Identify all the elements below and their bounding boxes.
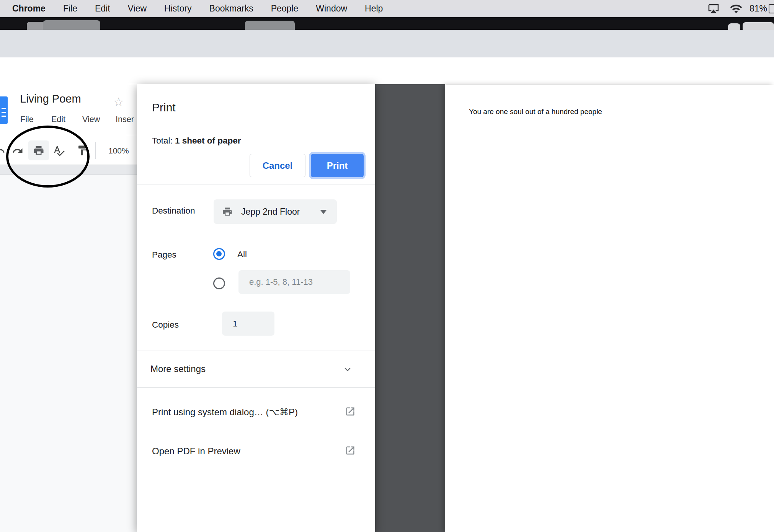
document-title[interactable]: Living Poem xyxy=(20,93,81,105)
copies-field[interactable]: 1 xyxy=(222,312,274,336)
pages-all-label: All xyxy=(237,250,247,259)
docs-menu-edit[interactable]: Edit xyxy=(51,115,65,124)
print-preview-backdrop xyxy=(375,84,445,532)
menubar-item-bookmarks[interactable]: Bookmarks xyxy=(209,3,253,14)
open-in-new-icon[interactable] xyxy=(345,406,356,417)
wifi-icon[interactable] xyxy=(728,2,744,15)
dialog-divider xyxy=(137,351,375,351)
print-total: Total: 1 sheet of paper xyxy=(152,136,241,146)
dropdown-caret-icon xyxy=(320,210,327,214)
document-text-line: You are one soul out of a hundred people xyxy=(469,108,602,116)
more-settings-toggle[interactable]: More settings xyxy=(150,364,206,374)
battery-icon xyxy=(769,4,774,13)
cancel-button[interactable]: Cancel xyxy=(250,154,305,177)
print-total-value: 1 sheet of paper xyxy=(175,136,241,145)
print-button[interactable]: Print xyxy=(311,154,364,177)
menubar-item-help[interactable]: Help xyxy=(365,3,383,14)
destination-label: Destination xyxy=(152,206,195,216)
print-dialog-title: Print xyxy=(152,101,176,114)
background-window-edge xyxy=(245,21,295,30)
menubar-item-people[interactable]: People xyxy=(271,3,299,14)
dialog-divider xyxy=(137,387,375,388)
chevron-down-icon[interactable] xyxy=(342,364,353,375)
toolbar-divider xyxy=(95,142,96,159)
menubar-item-edit[interactable]: Edit xyxy=(95,3,110,14)
menubar-item-view[interactable]: View xyxy=(128,3,147,14)
docs-canvas xyxy=(0,175,137,532)
copies-label: Copies xyxy=(152,320,179,330)
print-total-label: Total: xyxy=(152,136,175,145)
menubar-item-file[interactable]: File xyxy=(63,3,77,14)
macos-menubar: Chrome File Edit View History Bookmarks … xyxy=(0,0,774,17)
tab-strip: My Drive - Google Drive × Living Poem - … xyxy=(0,30,774,57)
browser-toolbar: https://docs.google.com/document/d/1-ED1… xyxy=(0,57,774,84)
pages-label: Pages xyxy=(152,250,176,260)
background-window-edge xyxy=(728,23,740,30)
print-dialog xyxy=(137,84,375,532)
dialog-divider xyxy=(137,184,375,184)
undo-icon[interactable] xyxy=(0,145,5,157)
destination-dropdown[interactable]: Jepp 2nd Floor xyxy=(214,199,337,224)
docs-menubar: File Edit View Inser xyxy=(0,115,137,127)
printer-icon xyxy=(222,206,233,217)
circle-annotation xyxy=(6,126,90,188)
pages-custom-radio[interactable] xyxy=(213,277,225,289)
battery-percentage: 81% xyxy=(750,3,767,14)
print-preview-page: You are one soul out of a hundred people xyxy=(445,85,774,532)
background-window-edge xyxy=(43,20,100,30)
pages-range-input[interactable] xyxy=(238,270,350,294)
menubar-app-chrome[interactable]: Chrome xyxy=(12,3,46,14)
menubar-item-window[interactable]: Window xyxy=(316,3,347,14)
star-icon[interactable]: ☆ xyxy=(113,95,124,109)
zoom-level[interactable]: 100% xyxy=(108,146,129,155)
copies-value: 1 xyxy=(233,319,238,329)
airplay-icon[interactable] xyxy=(707,2,720,15)
docs-menu-file[interactable]: File xyxy=(20,115,34,124)
destination-value: Jepp 2nd Floor xyxy=(241,207,300,217)
window-gap xyxy=(0,17,774,30)
docs-menu-insert[interactable]: Inser xyxy=(116,115,134,124)
open-in-new-icon[interactable] xyxy=(345,445,356,456)
screen: Chrome File Edit View History Bookmarks … xyxy=(0,0,774,532)
menubar-item-history[interactable]: History xyxy=(164,3,192,14)
docs-menu-view[interactable]: View xyxy=(82,115,100,124)
pages-all-radio[interactable] xyxy=(213,248,225,260)
open-pdf-link[interactable]: Open PDF in Preview xyxy=(152,446,240,457)
system-dialog-link[interactable]: Print using system dialog… (⌥⌘P) xyxy=(152,407,298,418)
background-window-edge xyxy=(743,22,774,30)
